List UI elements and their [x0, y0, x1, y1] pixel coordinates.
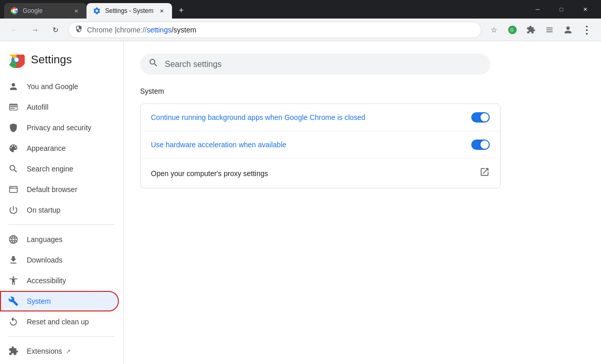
- address-text: Chrome | chrome://settings/system: [87, 26, 475, 34]
- sidebar-label-languages: Languages: [27, 235, 62, 244]
- address-path: settings: [147, 26, 171, 34]
- sidebar-item-default-browser[interactable]: Default browser: [0, 179, 119, 200]
- sidebar-item-you-and-google[interactable]: You and Google: [0, 76, 119, 97]
- address-subpath: /system: [171, 26, 196, 34]
- sidebar-label-appearance: Appearance: [27, 144, 66, 152]
- address-scheme: chrome://: [116, 26, 146, 34]
- sidebar-toggle-button[interactable]: [541, 22, 558, 38]
- extensions-label-container: Extensions ↗: [27, 347, 71, 355]
- sidebar-label-autofill: Autofill: [27, 103, 48, 111]
- reload-button[interactable]: ↻: [47, 22, 64, 38]
- setting-row-hardware-acceleration: Use hardware acceleration when available: [141, 131, 500, 159]
- tabs-area: Google ✕ Settings - System ✕ +: [0, 0, 522, 19]
- setting-row-proxy: Open your computer's proxy settings: [141, 159, 500, 188]
- sidebar-item-languages[interactable]: Languages: [0, 229, 119, 250]
- external-link-icon: ↗: [66, 348, 71, 355]
- toolbar-actions: ☆ G ⋮: [486, 22, 595, 38]
- google-favicon: [10, 7, 19, 15]
- maximize-button[interactable]: □: [550, 2, 573, 17]
- search-bar-container: [140, 54, 585, 75]
- person-icon: [8, 81, 19, 92]
- background-apps-label[interactable]: Continue running background apps when Go…: [151, 113, 365, 122]
- section-title: System: [140, 87, 585, 95]
- close-button[interactable]: ✕: [573, 2, 597, 17]
- sidebar-divider: [8, 224, 115, 225]
- back-button[interactable]: ←: [6, 22, 23, 38]
- settings-page-title: Settings: [31, 53, 72, 66]
- hardware-acceleration-label[interactable]: Use hardware acceleration when available: [151, 141, 286, 149]
- toolbar: ← → ↻ Chrome | chrome://settings/system …: [0, 19, 601, 41]
- minimize-button[interactable]: ─: [526, 2, 550, 17]
- reset-icon: [8, 317, 19, 327]
- new-tab-button[interactable]: +: [174, 3, 188, 18]
- profile-extension-button[interactable]: G: [504, 22, 521, 38]
- background-apps-knob: [480, 113, 489, 122]
- sidebar-item-privacy[interactable]: Privacy and security: [0, 117, 119, 138]
- search-icon: [8, 164, 19, 174]
- background-apps-toggle[interactable]: [471, 112, 490, 123]
- power-icon: [8, 205, 19, 215]
- more-menu-button[interactable]: ⋮: [578, 22, 595, 38]
- window-controls: ─ □ ✕: [522, 0, 601, 19]
- globe-icon: [8, 234, 19, 245]
- tab-settings-close[interactable]: ✕: [158, 7, 166, 15]
- sidebar-label-downloads: Downloads: [27, 256, 62, 264]
- settings-header: Settings: [0, 45, 123, 76]
- tab-google-close[interactable]: ✕: [72, 7, 80, 15]
- tab-settings[interactable]: Settings - System ✕: [87, 3, 172, 19]
- sidebar-item-on-startup[interactable]: On startup: [0, 200, 119, 220]
- svg-point-10: [12, 187, 12, 187]
- wrench-icon: [8, 296, 19, 306]
- hardware-acceleration-toggle[interactable]: [471, 140, 490, 150]
- title-bar: Google ✕ Settings - System ✕ + ─ □ ✕: [0, 0, 601, 19]
- extensions-sidebar-icon: [8, 346, 19, 356]
- sidebar-label-you-and-google: You and Google: [27, 82, 78, 91]
- palette-icon: [8, 143, 19, 153]
- sidebar-item-autofill[interactable]: Autofill: [0, 97, 119, 117]
- address-bar[interactable]: Chrome | chrome://settings/system: [68, 22, 482, 38]
- profile-button[interactable]: [560, 22, 576, 38]
- settings-card: Continue running background apps when Go…: [140, 103, 501, 188]
- sidebar-label-on-startup: On startup: [27, 206, 60, 214]
- content-area: System Continue running background apps …: [124, 41, 601, 364]
- tab-settings-title: Settings - System: [105, 7, 153, 14]
- accessibility-icon: [8, 275, 19, 286]
- forward-button[interactable]: →: [27, 22, 43, 38]
- sidebar-item-extensions[interactable]: Extensions ↗: [0, 341, 119, 361]
- search-bar-icon: [148, 58, 159, 71]
- proxy-external-link-icon[interactable]: [479, 167, 490, 180]
- shield-icon: [8, 123, 19, 133]
- sidebar-label-privacy: Privacy and security: [27, 124, 91, 132]
- svg-point-9: [10, 187, 11, 187]
- search-input[interactable]: [165, 60, 482, 69]
- svg-text:G: G: [510, 27, 513, 32]
- sidebar-item-accessibility[interactable]: Accessibility: [0, 270, 119, 291]
- download-icon: [8, 255, 19, 265]
- address-domain: Chrome |: [87, 26, 116, 34]
- autofill-icon: [8, 102, 19, 112]
- hardware-acceleration-knob: [480, 141, 489, 149]
- extensions-button[interactable]: [523, 22, 539, 38]
- settings-sidebar: Settings You and Google Autofill Priv: [0, 41, 124, 364]
- sidebar-item-search[interactable]: Search engine: [0, 159, 119, 179]
- main-content: Settings You and Google Autofill Priv: [0, 41, 601, 364]
- sidebar-label-system: System: [27, 297, 51, 305]
- sidebar-label-accessibility: Accessibility: [27, 276, 66, 285]
- setting-row-background-apps: Continue running background apps when Go…: [141, 104, 500, 131]
- tab-google-title: Google: [23, 7, 68, 14]
- chrome-logo: [8, 51, 25, 68]
- sidebar-item-appearance[interactable]: Appearance: [0, 138, 119, 159]
- sidebar-item-system[interactable]: System: [0, 291, 119, 311]
- browser-frame: Google ✕ Settings - System ✕ + ─ □ ✕ ← →: [0, 0, 601, 364]
- sidebar-divider-2: [8, 336, 115, 337]
- sidebar-item-reset[interactable]: Reset and clean up: [0, 311, 119, 332]
- search-bar[interactable]: [140, 54, 490, 75]
- browser-icon: [8, 184, 19, 195]
- bookmark-button[interactable]: ☆: [486, 22, 502, 38]
- sidebar-label-default-browser: Default browser: [27, 185, 77, 194]
- tab-google[interactable]: Google ✕: [4, 3, 87, 19]
- sidebar-label-search: Search engine: [27, 165, 73, 173]
- sidebar-label-extensions: Extensions: [27, 347, 62, 355]
- sidebar-item-downloads[interactable]: Downloads: [0, 250, 119, 270]
- settings-favicon: [93, 7, 101, 15]
